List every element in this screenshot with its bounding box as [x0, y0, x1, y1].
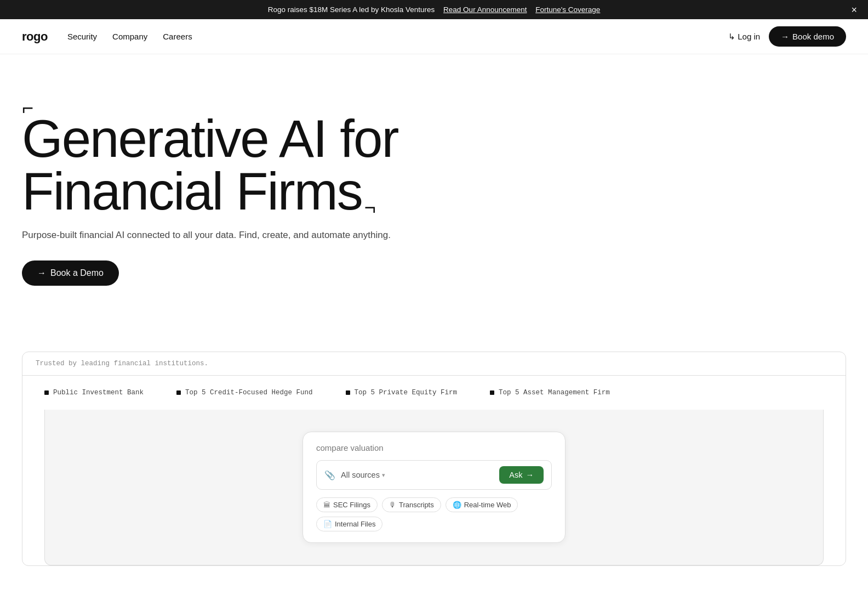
trusted-dot-3	[490, 390, 494, 395]
hero-title: Generative AI for Financial Firms ¬	[22, 112, 471, 218]
nav-item-careers[interactable]: Careers	[163, 32, 192, 42]
sources-label: All sources	[341, 471, 380, 479]
trusted-section: Trusted by leading financial institution…	[22, 352, 846, 566]
close-button[interactable]: ×	[851, 5, 857, 15]
source-tag-internal-files[interactable]: 📄 Internal Files	[316, 517, 382, 531]
trusted-logos: Public Investment Bank Top 5 Credit-Focu…	[22, 376, 846, 410]
hero-cta-button[interactable]: → Book a Demo	[22, 260, 119, 286]
nav-item-company[interactable]: Company	[112, 32, 147, 42]
source-tag-internal-files-label: Internal Files	[335, 520, 375, 528]
trusted-label: Trusted by leading financial institution…	[22, 352, 846, 376]
announcement-bar: Rogo raises $18M Series A led by Khosla …	[0, 0, 868, 19]
nav-links: Security Company Careers	[67, 32, 192, 42]
trusted-name-3: Top 5 Asset Management Firm	[499, 389, 610, 397]
nav-link-security[interactable]: Security	[67, 32, 97, 41]
book-demo-arrow-icon: →	[781, 32, 789, 41]
source-tag-transcripts-label: Transcripts	[399, 501, 434, 509]
ask-arrow-icon: →	[526, 471, 534, 479]
source-tag-realtime-web-label: Real-time Web	[464, 501, 511, 509]
paperclip-icon: 📎	[324, 470, 335, 480]
trusted-dot-0	[44, 390, 49, 395]
search-card: compare valuation 📎 All sources ▾ Ask → …	[302, 432, 566, 543]
sec-filings-icon: 🏛	[323, 501, 330, 509]
chevron-down-icon: ▾	[382, 472, 385, 479]
trusted-name-1: Top 5 Credit-Focused Hedge Fund	[185, 389, 313, 397]
search-query-text: compare valuation	[316, 443, 552, 452]
book-demo-label: Book demo	[792, 32, 834, 41]
hero-section: ⌐ Generative AI for Financial Firms ¬ Pu…	[0, 54, 493, 319]
ask-label: Ask	[509, 471, 522, 479]
login-link[interactable]: ↳ Log in	[728, 32, 760, 42]
nav-link-company[interactable]: Company	[112, 32, 147, 41]
realtime-web-icon: 🌐	[453, 501, 461, 509]
nav-item-security[interactable]: Security	[67, 32, 97, 42]
sources-dropdown[interactable]: All sources ▾	[341, 471, 494, 479]
trusted-name-0: Public Investment Bank	[53, 389, 144, 397]
hero-subtitle: Purpose-built financial AI connected to …	[22, 230, 471, 241]
announcement-text: Rogo raises $18M Series A led by Khosla …	[268, 5, 435, 14]
trusted-item-3: Top 5 Asset Management Firm	[490, 389, 610, 397]
source-tags: 🏛 SEC Filings 🎙 Transcripts 🌐 Real-time …	[316, 497, 552, 531]
login-arrow-icon: ↳	[728, 32, 735, 42]
trusted-name-2: Top 5 Private Equity Firm	[355, 389, 458, 397]
ask-button[interactable]: Ask →	[499, 466, 544, 484]
logo[interactable]: rogo	[22, 30, 48, 44]
hero-title-line2: Financial Firms	[22, 165, 362, 218]
source-tag-sec-filings-label: SEC Filings	[333, 501, 370, 509]
trusted-item-2: Top 5 Private Equity Firm	[346, 389, 458, 397]
search-input-row[interactable]: 📎 All sources ▾ Ask →	[316, 460, 552, 490]
nav-link-careers[interactable]: Careers	[163, 32, 192, 41]
trusted-item-0: Public Investment Bank	[44, 389, 144, 397]
hero-cta-arrow-icon: →	[37, 268, 46, 278]
trusted-dot-1	[176, 390, 181, 395]
source-tag-transcripts[interactable]: 🎙 Transcripts	[382, 497, 441, 512]
nav-left: rogo Security Company Careers	[22, 30, 192, 44]
login-label: Log in	[738, 32, 760, 41]
navbar: rogo Security Company Careers ↳ Log in →…	[0, 19, 868, 54]
transcripts-icon: 🎙	[389, 501, 396, 509]
nav-right: ↳ Log in → Book demo	[728, 26, 846, 47]
announcement-link1[interactable]: Read Our Announcement	[443, 5, 527, 14]
trusted-dot-2	[346, 390, 350, 395]
hero-title-line1: Generative AI for	[22, 109, 398, 168]
source-tag-realtime-web[interactable]: 🌐 Real-time Web	[446, 497, 518, 512]
trusted-item-1: Top 5 Credit-Focused Hedge Fund	[176, 389, 313, 397]
demo-section: compare valuation 📎 All sources ▾ Ask → …	[44, 410, 824, 565]
announcement-link2[interactable]: Fortune's Coverage	[535, 5, 600, 14]
internal-files-icon: 📄	[323, 520, 332, 528]
bracket-bottom-icon: ¬	[364, 198, 375, 218]
source-tag-sec-filings[interactable]: 🏛 SEC Filings	[316, 497, 378, 512]
hero-cta-label: Book a Demo	[50, 268, 104, 278]
book-demo-button[interactable]: → Book demo	[769, 26, 846, 47]
